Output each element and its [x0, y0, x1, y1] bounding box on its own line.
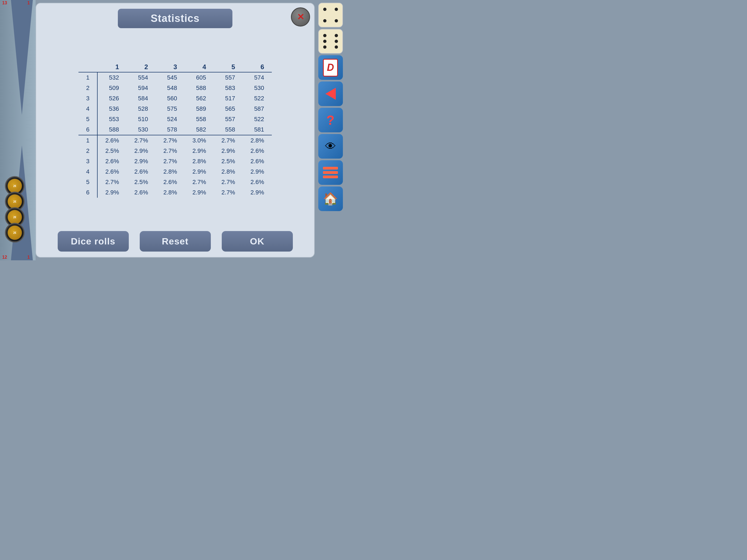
count-cell: 558: [185, 114, 214, 124]
col-header-empty: [78, 61, 97, 72]
dialog-title: Statistics: [151, 12, 200, 24]
count-cell: 558: [214, 124, 243, 135]
dot: [323, 8, 327, 11]
dice-rolls-button[interactable]: Dice rolls: [58, 231, 129, 252]
chips-container: 2€ 2€ 2€ 2€: [5, 176, 25, 238]
statistics-dialog: ✕ Statistics 1 2 3 4 5 6 153255454560555…: [35, 3, 315, 258]
percent-cell: 2.9%: [127, 146, 156, 156]
home-button[interactable]: 🏠: [318, 186, 343, 211]
board-num-bottom-right: 1: [27, 255, 30, 260]
dot: [323, 40, 327, 43]
dice-4-face: [321, 5, 340, 25]
count-cell: 565: [214, 104, 243, 114]
count-cell: 588: [185, 83, 214, 93]
play-back-button[interactable]: [318, 81, 343, 106]
percent-cell: 2.6%: [243, 156, 272, 167]
row-label: 3: [78, 93, 97, 104]
count-cell: 554: [127, 72, 156, 83]
percent-cell: 2.9%: [97, 187, 127, 198]
count-cell: 545: [156, 72, 185, 83]
percent-cell: 2.6%: [156, 177, 185, 187]
percent-cell: 2.5%: [97, 146, 127, 156]
dot: [323, 45, 327, 49]
home-icon: 🏠: [323, 192, 338, 206]
dot: [335, 40, 338, 43]
row-label: 5: [78, 177, 97, 187]
eye-button[interactable]: 👁: [318, 134, 343, 159]
chip-4: 2€: [5, 223, 25, 243]
percent-cell: 2.8%: [185, 156, 214, 167]
percent-cell: 2.7%: [214, 135, 243, 146]
count-cell: 605: [185, 72, 214, 83]
count-cell: 528: [127, 104, 156, 114]
count-cell: 583: [214, 83, 243, 93]
count-cell: 587: [243, 104, 272, 114]
count-cell: 530: [243, 83, 272, 93]
col-header-6: 6: [243, 61, 272, 72]
count-cell: 594: [127, 83, 156, 93]
count-cell: 526: [97, 93, 127, 104]
dot: [323, 34, 327, 37]
close-icon: ✕: [297, 12, 304, 21]
count-cell: 510: [127, 114, 156, 124]
menu-icon: [323, 167, 338, 178]
col-header-5: 5: [214, 61, 243, 72]
table-container: 1 2 3 4 5 6 1532554545605557574250959454…: [44, 34, 306, 226]
d-card-button[interactable]: D: [318, 55, 343, 80]
dice-6-face: [321, 32, 340, 51]
percent-cell: 2.5%: [127, 177, 156, 187]
title-box: Statistics: [118, 9, 232, 28]
col-header-2: 2: [127, 61, 156, 72]
row-label: 4: [78, 167, 97, 177]
percent-cell: 2.7%: [156, 146, 185, 156]
count-cell: 557: [214, 114, 243, 124]
percent-cell: 2.8%: [243, 135, 272, 146]
dot: [335, 34, 338, 37]
percent-cell: 2.9%: [214, 146, 243, 156]
dot: [335, 19, 338, 22]
percent-cell: 2.7%: [156, 135, 185, 146]
count-cell: 589: [185, 104, 214, 114]
reset-button[interactable]: Reset: [140, 231, 211, 252]
count-cell: 530: [127, 124, 156, 135]
percent-cell: 2.7%: [214, 177, 243, 187]
count-cell: 575: [156, 104, 185, 114]
count-cell: 522: [243, 114, 272, 124]
help-button[interactable]: ?: [318, 108, 343, 132]
col-header-3: 3: [156, 61, 185, 72]
button-row: Dice rolls Reset OK: [58, 231, 293, 252]
row-label: 1: [78, 72, 97, 83]
count-cell: 574: [243, 72, 272, 83]
percent-cell: 2.9%: [127, 156, 156, 167]
percent-cell: 2.6%: [97, 156, 127, 167]
board-num-bottom-left: 12: [2, 255, 7, 260]
menu-button[interactable]: [318, 160, 343, 185]
count-cell: 553: [97, 114, 127, 124]
count-cell: 517: [214, 93, 243, 104]
ok-button[interactable]: OK: [222, 231, 293, 252]
play-icon: [325, 88, 336, 100]
d-icon: D: [323, 59, 338, 77]
row-label: 1: [78, 135, 97, 146]
count-cell: 588: [97, 124, 127, 135]
percent-cell: 2.9%: [243, 187, 272, 198]
close-button[interactable]: ✕: [291, 7, 310, 27]
row-label: 3: [78, 156, 97, 167]
count-cell: 582: [185, 124, 214, 135]
percent-cell: 3.0%: [185, 135, 214, 146]
menu-bar-3: [323, 176, 338, 178]
percent-cell: 2.8%: [214, 167, 243, 177]
row-label: 6: [78, 187, 97, 198]
percent-cell: 2.6%: [127, 167, 156, 177]
count-cell: 560: [156, 93, 185, 104]
row-label: 4: [78, 104, 97, 114]
board-num-top-right: 1: [27, 1, 30, 5]
row-label: 2: [78, 83, 97, 93]
percent-cell: 2.6%: [127, 187, 156, 198]
percent-cell: 2.6%: [243, 146, 272, 156]
percent-cell: 2.9%: [185, 167, 214, 177]
dice-6-button[interactable]: [318, 29, 343, 54]
dot: [335, 8, 338, 11]
dice-4-button[interactable]: [318, 3, 343, 27]
count-cell: 536: [97, 104, 127, 114]
